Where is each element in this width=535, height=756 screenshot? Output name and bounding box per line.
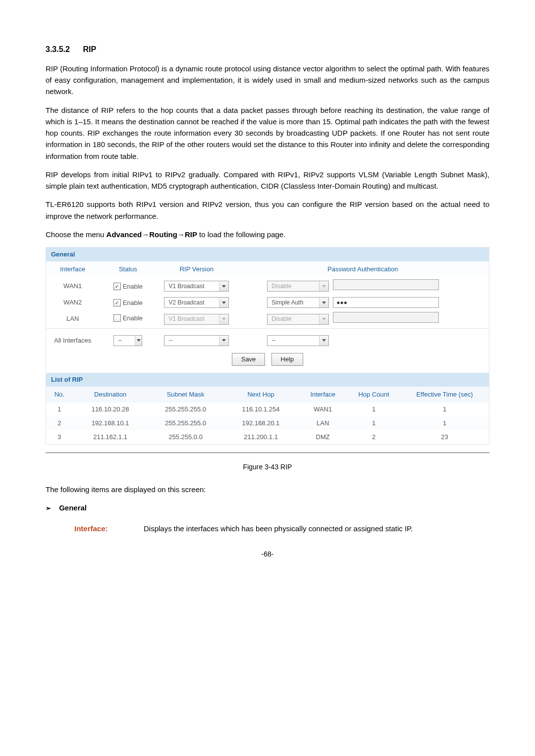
general-panel-title: General (46, 248, 489, 261)
help-button[interactable]: Help (271, 353, 304, 366)
cell-hop: 1 (347, 416, 400, 430)
page-number: -68- (46, 549, 489, 560)
items-intro: The following items are displayed on thi… (46, 484, 489, 495)
rip-select-wan2[interactable]: V2 Broadcast (164, 297, 229, 308)
all-rip-value: -- (164, 336, 219, 345)
rip-select-value: V2 Broadcast (164, 298, 219, 307)
cell-interface: WAN2 (46, 295, 99, 310)
chevron-down-icon (219, 281, 228, 291)
enable-checkbox-lan[interactable]: Enable (113, 313, 143, 323)
password-input-wan1[interactable] (333, 279, 439, 290)
cell-next: 116.10.1.254 (223, 403, 299, 416)
col-auth: Password Authentication (236, 261, 489, 277)
section-number: 3.3.5.2 (46, 45, 70, 53)
cell-eff: 23 (400, 430, 489, 444)
riplist-row: 2 192.168.10.1 255.255.255.0 192.168.20.… (46, 416, 489, 430)
cell-mask: 255.255.0.0 (148, 430, 223, 444)
figure-caption: Figure 3-43 RIP (46, 462, 489, 473)
cell-iface: LAN (299, 416, 347, 430)
riplist-header-row: No. Destination Subnet Mask Next Hop Int… (46, 387, 489, 403)
enable-label: Enable (123, 313, 143, 323)
enable-checkbox-wan1[interactable]: ✓ Enable (113, 282, 143, 292)
cell-dest: 211.162.1.1 (73, 430, 148, 444)
cell-next: 211.200.1.1 (223, 430, 299, 444)
riplist-row: 3 211.162.1.1 255.255.0.0 211.200.1.1 DM… (46, 430, 489, 444)
col-status: Status (99, 261, 157, 277)
paragraph-3: RIP develops from initial RIPv1 to RIPv2… (46, 169, 489, 192)
check-icon: ✓ (113, 283, 121, 290)
paragraph-2: The distance of RIP refers to the hop co… (46, 104, 489, 162)
cell-interface: WAN1 (46, 277, 99, 295)
password-input-lan[interactable] (333, 312, 439, 323)
riplist-panel-title: List of RIP (46, 373, 489, 387)
all-status-value: -- (114, 336, 135, 345)
cell-dest: 116.10.20.28 (73, 403, 148, 416)
cell-interface: LAN (46, 310, 99, 328)
cell-no: 1 (46, 403, 73, 416)
col-rip: RIP Version (157, 261, 236, 277)
chevron-down-icon (219, 314, 228, 324)
general-panel: General Interface Status RIP Version Pas… (46, 247, 489, 445)
general-row-wan1: WAN1 ✓ Enable V1 Broadcast Disable (46, 277, 489, 295)
cell-eff: 1 (400, 403, 489, 416)
rip-select-value: V1 Broadcast (164, 314, 219, 324)
cell-mask: 255.255.255.0 (148, 416, 223, 430)
paragraph-4: TL-ER6120 supports both RIPv1 version an… (46, 199, 489, 222)
col-no: No. (46, 387, 73, 403)
riplist-row: 1 116.10.20.28 255.255.255.0 116.10.1.25… (46, 403, 489, 416)
cell-hop: 2 (347, 430, 400, 444)
chevron-down-icon (319, 298, 328, 307)
menu-instruction: Choose the menu Advanced→Routing→RIP to … (46, 229, 489, 240)
enable-checkbox-wan2[interactable]: ✓ Enable (113, 298, 143, 308)
col-next: Next Hop (223, 387, 299, 403)
auth-select-wan1[interactable]: Disable (267, 281, 329, 292)
divider (46, 328, 489, 333)
auth-select-value: Simple Auth (268, 298, 319, 307)
col-hop: Hop Count (347, 387, 400, 403)
menu-prefix: Choose the menu (46, 230, 107, 239)
all-status-select[interactable]: -- (113, 335, 142, 346)
paragraph-1: RIP (Routing Information Protocol) is a … (46, 63, 489, 98)
check-icon (113, 314, 121, 322)
all-rip-select[interactable]: -- (164, 335, 229, 346)
section-title: RIP (83, 45, 96, 53)
cell-eff: 1 (400, 416, 489, 430)
all-auth-value: -- (268, 336, 319, 345)
field-label: Interface: (74, 523, 144, 534)
cell-no: 2 (46, 416, 73, 430)
col-dest: Destination (73, 387, 148, 403)
save-button[interactable]: Save (232, 353, 266, 366)
general-table: Interface Status RIP Version Password Au… (46, 261, 489, 348)
cell-iface: WAN1 (299, 403, 347, 416)
chevron-down-icon (219, 298, 228, 307)
rip-select-value: V1 Broadcast (164, 282, 219, 291)
section-heading: 3.3.5.2 RIP (46, 44, 489, 56)
all-auth-select[interactable]: -- (267, 335, 329, 346)
auth-select-value: Disable (268, 282, 319, 291)
auth-select-value: Disable (268, 314, 319, 324)
cell-iface: DMZ (299, 430, 347, 444)
chevron-down-icon (319, 281, 328, 291)
chevron-down-icon (319, 314, 328, 324)
riplist-table: No. Destination Subnet Mask Next Hop Int… (46, 387, 489, 445)
rip-select-wan1[interactable]: V1 Broadcast (164, 281, 229, 292)
password-input-wan2[interactable]: ●●● (333, 297, 439, 308)
auth-select-wan2[interactable]: Simple Auth (267, 297, 329, 308)
panel-buttons: Save Help (46, 348, 489, 373)
all-interfaces-label: All Interfaces (46, 333, 99, 348)
menu-path: Advanced→Routing→RIP (107, 230, 197, 239)
col-eff: Effective Time (sec) (400, 387, 489, 403)
cell-mask: 255.255.255.0 (148, 403, 223, 416)
rip-select-lan[interactable]: V1 Broadcast (164, 314, 229, 325)
auth-select-lan[interactable]: Disable (267, 314, 329, 325)
col-mask: Subnet Mask (148, 387, 223, 403)
divider-line (46, 453, 489, 453)
enable-label: Enable (123, 298, 143, 308)
menu-suffix: to load the following page. (197, 230, 285, 239)
general-row-all: All Interfaces -- -- -- (46, 333, 489, 348)
cell-hop: 1 (347, 403, 400, 416)
general-header-row: Interface Status RIP Version Password Au… (46, 261, 489, 277)
chevron-down-icon (219, 336, 228, 346)
chevron-down-icon (319, 336, 328, 346)
general-row-wan2: WAN2 ✓ Enable V2 Broadcast Simple Auth (46, 295, 489, 310)
